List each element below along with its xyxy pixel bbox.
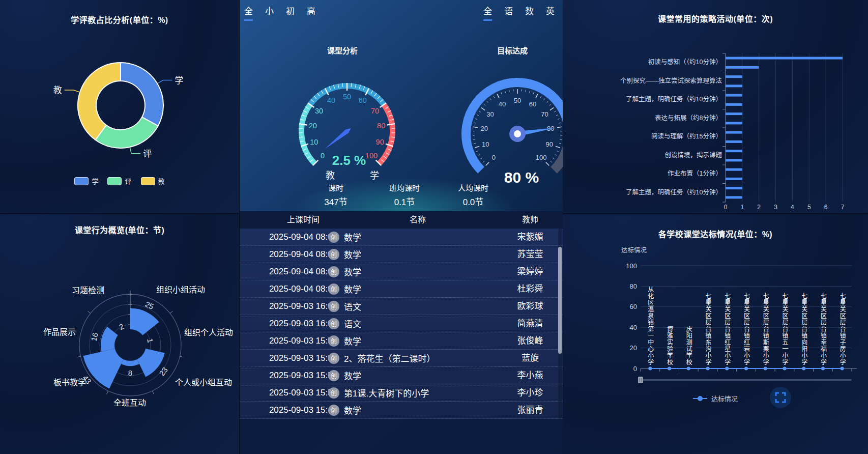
lesson-name: 语文 <box>344 317 361 330</box>
donut-legend-item-学[interactable]: 学 <box>74 176 98 186</box>
fullscreen-button[interactable] <box>770 387 791 408</box>
svg-text:40: 40 <box>499 100 506 108</box>
table-row[interactable]: 2025-09-04 08:00创数学杜彩舜 <box>240 280 563 298</box>
svg-text:90: 90 <box>376 138 384 146</box>
school-label: 七星关区层台镇红星小学 <box>723 293 731 365</box>
rose-value-label: 1 <box>146 337 155 344</box>
data-point[interactable] <box>648 367 652 371</box>
svg-text:40: 40 <box>327 96 335 104</box>
data-point[interactable] <box>764 367 767 371</box>
bar-category-label: 个别探究——独立尝试探索算理算法 <box>618 77 722 86</box>
subject-tab-2[interactable]: 数 <box>525 4 534 21</box>
table-row[interactable]: 2025-09-04 08:00创数学梁婷婷 <box>240 263 563 280</box>
bar[interactable] <box>726 159 742 161</box>
rose-value-label: 2 <box>118 322 125 331</box>
svg-text:2: 2 <box>757 204 761 211</box>
school-label: 七星关区层台镇子房小学 <box>838 293 846 365</box>
table-row[interactable]: 2025-09-03 16:00创语文欧彩球 <box>240 298 563 315</box>
dashboard-root: 学评教占比分析(单位：%) 学评教 学评教 全小初高 全语数英 课型分析 目标达… <box>0 0 868 454</box>
subject-tab-1[interactable]: 语 <box>504 4 513 21</box>
legend-item[interactable]: 达标情况 <box>693 393 738 403</box>
bar[interactable] <box>726 57 843 60</box>
bar[interactable] <box>726 112 742 115</box>
bar[interactable] <box>726 178 742 180</box>
table-row[interactable]: 2025-09-03 15:50创数学张俊峰 <box>240 332 563 350</box>
bar[interactable] <box>726 122 742 124</box>
created-badge-icon: 创 <box>328 283 339 295</box>
center-top-section: 全小初高 全语数英 课型分析 目标达成 01020304050607080901… <box>240 0 563 211</box>
legend-swatch <box>107 177 122 185</box>
table-row[interactable]: 2025-09-03 16:00创语文简燕清 <box>240 315 563 332</box>
bar[interactable] <box>726 84 742 87</box>
table-scrollbar-thumb[interactable] <box>558 247 562 354</box>
lesson-name: 数学 <box>344 334 361 347</box>
data-point[interactable] <box>802 367 805 371</box>
bar[interactable] <box>726 140 742 143</box>
table-row[interactable]: 2025-09-03 15:50创第1课.大青树下的小学李小珍 <box>240 384 563 402</box>
datazoom-handle[interactable] <box>638 377 643 383</box>
bar[interactable] <box>726 168 742 171</box>
bar[interactable] <box>726 131 742 134</box>
pie-slice-学[interactable] <box>121 63 163 126</box>
subject-tab-0[interactable]: 全 <box>483 4 492 21</box>
svg-text:100: 100 <box>626 262 637 270</box>
svg-text:7: 7 <box>841 204 845 211</box>
bar[interactable] <box>726 150 742 152</box>
cell-name: 创语文 <box>328 298 361 315</box>
lesson-name: 数学 <box>344 369 361 382</box>
subject-tab-3[interactable]: 英 <box>546 4 555 21</box>
school-label: 七星关区层台镇东沟小学 <box>704 293 712 365</box>
datazoom-track[interactable] <box>641 379 852 381</box>
bar[interactable] <box>726 187 742 189</box>
stat-0: 课时347节 <box>303 182 369 208</box>
donut-legend-item-教[interactable]: 教 <box>141 176 165 186</box>
school-label: 七星关区层台镇斯栗小学 <box>761 293 769 365</box>
pie-slice-评[interactable] <box>96 117 158 148</box>
cell-name: 创数学 <box>328 402 361 418</box>
table-row[interactable]: 2025-09-04 08:00创数学苏莹莹 <box>240 246 563 263</box>
cell-name: 创数学 <box>328 332 361 349</box>
rose-category-label: 习题检测 <box>72 283 104 296</box>
table-row[interactable]: 2025-09-04 08:00创数学宋紫媚 <box>240 229 563 246</box>
created-badge-icon: 创 <box>328 353 339 364</box>
lesson-name: 2、落花生（第二课时） <box>344 352 435 364</box>
table-scrollbar[interactable] <box>558 229 562 419</box>
table-row[interactable]: 2025-09-03 15:40创数学张丽青 <box>240 402 563 419</box>
data-point[interactable] <box>783 367 786 371</box>
rose-value-label: 16 <box>89 332 99 342</box>
data-point[interactable] <box>821 367 825 371</box>
rose-value-label: 8 <box>128 368 132 377</box>
stage-tab-3[interactable]: 高 <box>307 4 315 21</box>
created-badge-icon: 创 <box>328 387 339 399</box>
stage-tab-1[interactable]: 小 <box>265 4 274 21</box>
cell-teacher: 梁婷婷 <box>489 263 563 280</box>
rose-category-label: 组织小组活动 <box>156 283 205 295</box>
stage-tab-2[interactable]: 初 <box>286 4 295 21</box>
svg-text:70: 70 <box>541 110 548 118</box>
bar[interactable] <box>726 75 742 78</box>
data-point[interactable] <box>706 367 710 371</box>
bar-category-label: 了解主题，明确任务（约10分钟） <box>618 189 722 197</box>
stage-tab-0[interactable]: 全 <box>244 4 253 21</box>
lesson-name: 数学 <box>344 282 361 295</box>
svg-text:0: 0 <box>724 204 728 211</box>
table-row[interactable]: 2025-09-03 15:50创数学李小燕 <box>240 367 563 384</box>
table-row[interactable]: 2025-09-03 15:50创2、落花生（第二课时）蓝旋 <box>240 350 563 367</box>
column-header-time: 上课时间 <box>240 211 367 229</box>
bar[interactable] <box>726 196 742 198</box>
bar[interactable] <box>726 94 742 97</box>
bar[interactable] <box>726 103 742 106</box>
bar[interactable] <box>726 66 759 69</box>
school-label: 博雅实验学校 <box>666 326 674 365</box>
data-point[interactable] <box>668 367 671 371</box>
data-point[interactable] <box>744 367 748 371</box>
svg-text:50: 50 <box>514 97 521 104</box>
data-point[interactable] <box>687 367 690 371</box>
pie-slice-教[interactable] <box>78 63 121 140</box>
bar-category-label: 表达与拓展（约8分钟） <box>618 115 722 123</box>
data-point[interactable] <box>725 367 729 371</box>
cell-name: 创数学 <box>328 246 361 263</box>
donut-legend-item-评[interactable]: 评 <box>107 176 131 186</box>
data-point[interactable] <box>841 367 844 371</box>
cell-teacher: 李小燕 <box>489 367 563 384</box>
